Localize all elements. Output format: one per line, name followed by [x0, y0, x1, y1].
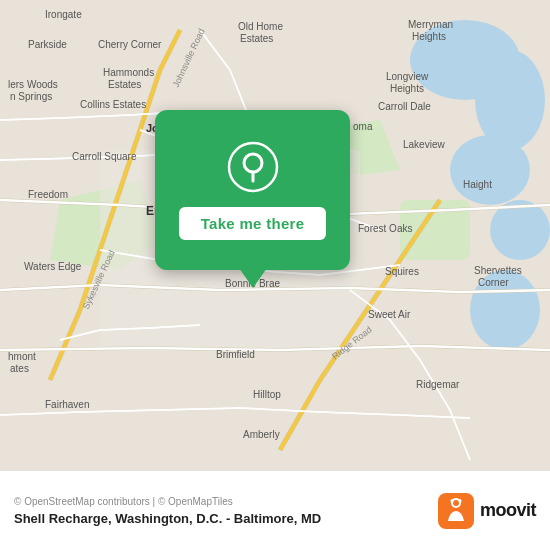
svg-point-55 — [458, 499, 461, 503]
svg-text:Collins Estates: Collins Estates — [80, 99, 146, 110]
popup-card: Take me there — [155, 110, 350, 270]
svg-text:ates: ates — [10, 363, 29, 374]
svg-text:Parkside: Parkside — [28, 39, 67, 50]
svg-text:Estates: Estates — [240, 33, 273, 44]
place-name: Shell Recharge, Washington, D.C. - Balti… — [14, 511, 438, 526]
svg-text:Freedom: Freedom — [28, 189, 68, 200]
svg-text:Squires: Squires — [385, 266, 419, 277]
svg-text:lers Woods: lers Woods — [8, 79, 58, 90]
svg-text:Hilltop: Hilltop — [253, 389, 281, 400]
svg-text:Corner: Corner — [478, 277, 509, 288]
svg-text:Hammonds: Hammonds — [103, 67, 154, 78]
svg-text:Haight: Haight — [463, 179, 492, 190]
svg-text:Lakeview: Lakeview — [403, 139, 445, 150]
svg-text:Carroll Square: Carroll Square — [72, 151, 137, 162]
moovit-logo: moovit — [438, 493, 536, 529]
svg-text:Ridgemar: Ridgemar — [416, 379, 460, 390]
map-container: Irongate Cherry Corner Old Home Estates … — [0, 0, 550, 470]
bottom-info: © OpenStreetMap contributors | © OpenMap… — [14, 496, 438, 526]
svg-text:Shervettes: Shervettes — [474, 265, 522, 276]
svg-point-50 — [244, 154, 262, 172]
map-attribution: © OpenStreetMap contributors | © OpenMap… — [14, 496, 438, 507]
svg-text:Merryman: Merryman — [408, 19, 453, 30]
svg-text:oma: oma — [353, 121, 373, 132]
svg-point-2 — [475, 50, 545, 150]
bottom-bar: © OpenStreetMap contributors | © OpenMap… — [0, 470, 550, 550]
moovit-icon — [438, 493, 474, 529]
svg-text:hmont: hmont — [8, 351, 36, 362]
svg-text:Brimfield: Brimfield — [216, 349, 255, 360]
svg-text:Sweet Air: Sweet Air — [368, 309, 411, 320]
svg-point-3 — [450, 135, 530, 205]
svg-point-54 — [450, 499, 453, 503]
svg-text:Estates: Estates — [108, 79, 141, 90]
svg-text:Old Home: Old Home — [238, 21, 283, 32]
take-me-there-button[interactable]: Take me there — [179, 207, 327, 240]
svg-text:n Springs: n Springs — [10, 91, 52, 102]
svg-text:Heights: Heights — [412, 31, 446, 42]
svg-text:Heights: Heights — [390, 83, 424, 94]
svg-text:Longview: Longview — [386, 71, 429, 82]
svg-text:Carroll Dale: Carroll Dale — [378, 101, 431, 112]
svg-text:Fairhaven: Fairhaven — [45, 399, 89, 410]
svg-text:Waters Edge: Waters Edge — [24, 261, 82, 272]
svg-text:Irongate: Irongate — [45, 9, 82, 20]
svg-text:Forest Oaks: Forest Oaks — [358, 223, 412, 234]
svg-text:Cherry Corner: Cherry Corner — [98, 39, 162, 50]
location-pin-icon — [227, 141, 279, 193]
svg-point-49 — [229, 143, 277, 191]
svg-point-53 — [453, 500, 459, 506]
svg-text:Amberly: Amberly — [243, 429, 280, 440]
moovit-text: moovit — [480, 500, 536, 521]
